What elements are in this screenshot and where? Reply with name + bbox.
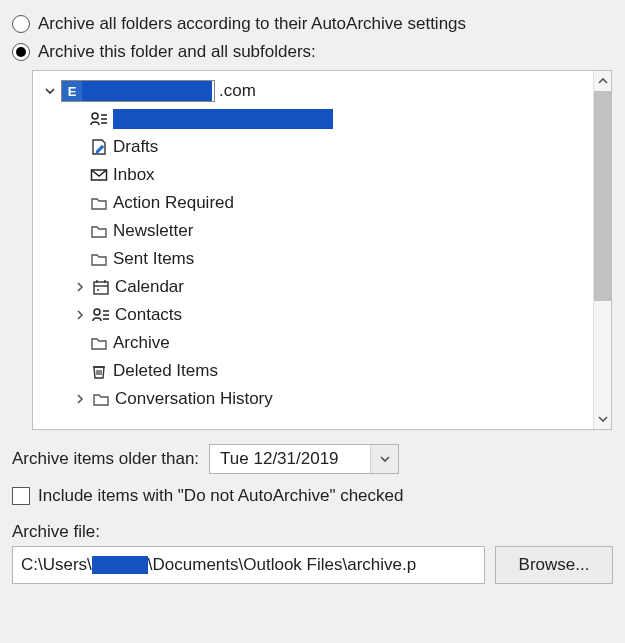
archive-file-row: C:\Users\ \Documents\Outlook Files\archi… [12, 546, 613, 584]
radio-icon [12, 43, 30, 61]
tree-item-label: Inbox [113, 165, 155, 185]
tree-item-calendar[interactable]: Calendar [39, 273, 593, 301]
tree-item-label: Conversation History [115, 389, 273, 409]
chevron-right-icon[interactable] [73, 394, 87, 404]
path-suffix: \Documents\Outlook Files\archive.p [148, 555, 416, 575]
tree-item-contacts[interactable]: Contacts [39, 301, 593, 329]
tree-item-drafts[interactable]: Drafts [39, 133, 593, 161]
chevron-right-icon[interactable] [73, 310, 87, 320]
tree-item-inbox[interactable]: Inbox [39, 161, 593, 189]
folder-tree-body: E .com Drafts Inbox [33, 71, 593, 429]
tree-item-label: Action Required [113, 193, 234, 213]
tree-item-archive[interactable]: Archive [39, 329, 593, 357]
tree-item-label: Contacts [115, 305, 182, 325]
account-suffix: .com [219, 81, 256, 101]
date-picker[interactable]: Tue 12/31/2019 [209, 444, 399, 474]
radio-archive-all-label: Archive all folders according to their A… [38, 14, 466, 34]
redacted-account [82, 81, 212, 101]
tree-item-sent[interactable]: Sent Items [39, 245, 593, 273]
tree-item[interactable] [39, 105, 593, 133]
folder-tree: E .com Drafts Inbox [32, 70, 612, 430]
checkbox-icon[interactable] [12, 487, 30, 505]
trash-icon [89, 361, 109, 381]
scroll-up-icon[interactable] [594, 71, 611, 91]
radio-archive-all[interactable]: Archive all folders according to their A… [12, 14, 613, 34]
folder-icon [89, 249, 109, 269]
redacted-contact [113, 109, 333, 129]
folder-icon [89, 193, 109, 213]
folder-icon [91, 389, 111, 409]
scrollbar-thumb[interactable] [594, 91, 611, 301]
folder-icon [89, 221, 109, 241]
person-icon [89, 109, 109, 129]
person-icon [91, 305, 111, 325]
tree-item-action-required[interactable]: Action Required [39, 189, 593, 217]
drafts-icon [89, 137, 109, 157]
radio-archive-this[interactable]: Archive this folder and all subfolders: [12, 42, 613, 62]
archive-older-than-label: Archive items older than: [12, 449, 199, 469]
chevron-right-icon[interactable] [73, 282, 87, 292]
date-value: Tue 12/31/2019 [210, 449, 370, 469]
radio-icon [12, 15, 30, 33]
archive-file-label: Archive file: [12, 522, 613, 542]
tree-item-label: Calendar [115, 277, 184, 297]
tree-item-label: Archive [113, 333, 170, 353]
tree-item-newsletter[interactable]: Newsletter [39, 217, 593, 245]
mail-icon [89, 165, 109, 185]
tree-item-label: Sent Items [113, 249, 194, 269]
tree-item-label: Deleted Items [113, 361, 218, 381]
browse-button[interactable]: Browse... [495, 546, 613, 584]
tree-account-root[interactable]: E .com [39, 77, 593, 105]
redacted-username [92, 556, 148, 574]
chevron-down-icon[interactable] [370, 445, 398, 473]
svg-point-10 [94, 309, 100, 315]
archive-file-input[interactable]: C:\Users\ \Documents\Outlook Files\archi… [12, 546, 485, 584]
exchange-icon: E [62, 81, 82, 101]
include-checkbox-label: Include items with "Do not AutoArchive" … [38, 486, 403, 506]
browse-button-label: Browse... [519, 555, 590, 575]
svg-rect-5 [94, 282, 108, 294]
tree-item-conversation-history[interactable]: Conversation History [39, 385, 593, 413]
include-checkbox-row[interactable]: Include items with "Do not AutoArchive" … [12, 486, 613, 506]
folder-icon [89, 333, 109, 353]
svg-point-9 [97, 289, 99, 291]
archive-older-than-row: Archive items older than: Tue 12/31/2019 [12, 444, 613, 474]
svg-point-0 [92, 113, 98, 119]
tree-item-label: Newsletter [113, 221, 193, 241]
scroll-down-icon[interactable] [594, 409, 611, 429]
path-prefix: C:\Users\ [21, 555, 92, 575]
radio-archive-this-label: Archive this folder and all subfolders: [38, 42, 316, 62]
tree-item-deleted[interactable]: Deleted Items [39, 357, 593, 385]
calendar-icon [91, 277, 111, 297]
tree-item-label: Drafts [113, 137, 158, 157]
scrollbar[interactable] [593, 71, 611, 429]
chevron-down-icon[interactable] [43, 86, 57, 96]
